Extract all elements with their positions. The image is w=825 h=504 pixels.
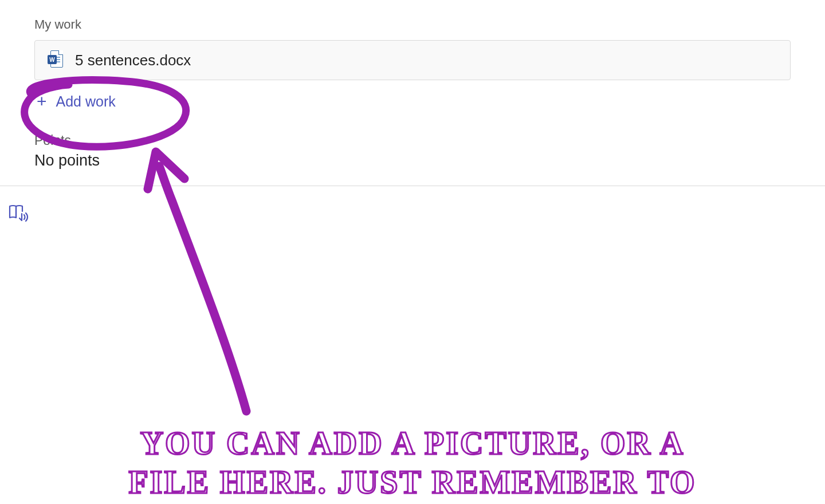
immersive-reader-icon[interactable] — [8, 203, 825, 225]
assignment-panel: My work W 5 sentences.docx + Add work Po… — [0, 0, 825, 170]
plus-icon: + — [37, 93, 47, 110]
annotation-text: YOU CAN ADD A PICTURE, OR A FILE HERE. J… — [0, 424, 825, 502]
word-doc-icon: W — [48, 50, 64, 70]
points-label: Points — [34, 133, 791, 148]
add-work-label: Add work — [56, 93, 116, 110]
my-work-label: My work — [34, 17, 791, 32]
add-work-button[interactable]: + Add work — [34, 87, 118, 116]
file-name: 5 sentences.docx — [75, 52, 191, 69]
divider — [0, 186, 825, 186]
attached-file-row[interactable]: W 5 sentences.docx — [34, 40, 791, 80]
points-value: No points — [34, 152, 791, 170]
